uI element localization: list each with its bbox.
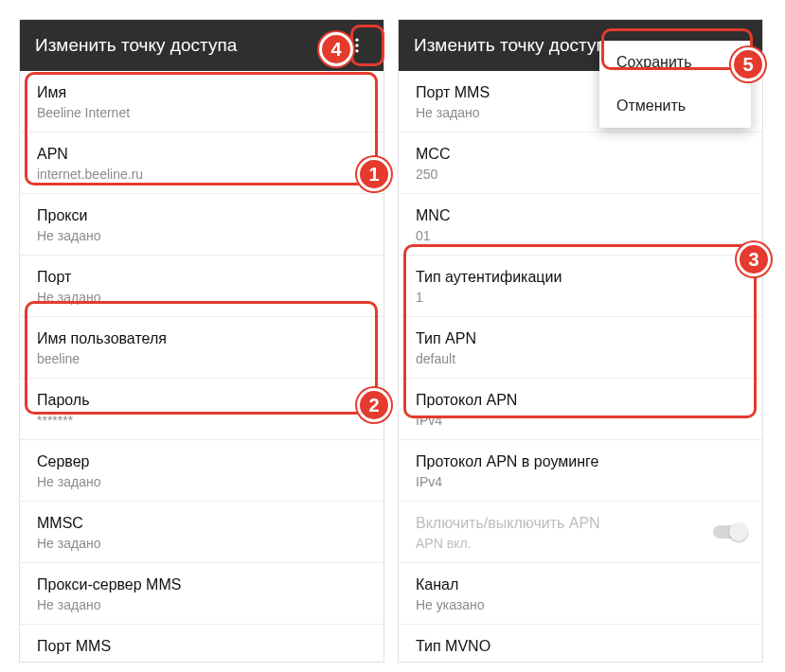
value: 1 xyxy=(416,290,745,305)
label: MNC xyxy=(416,207,745,224)
svg-point-2 xyxy=(355,49,358,52)
svg-point-0 xyxy=(355,39,358,42)
label: APN xyxy=(37,146,366,163)
label: Пароль xyxy=(37,392,366,409)
callout-1: 1 xyxy=(357,157,391,191)
label: Сервер xyxy=(37,453,366,470)
field-proxy[interactable]: Прокси Не задано xyxy=(20,194,384,256)
value: beeline xyxy=(37,351,366,366)
field-password[interactable]: Пароль ******* xyxy=(20,379,384,440)
field-mcc[interactable]: MCC 250 xyxy=(399,133,762,194)
field-name[interactable]: Имя Beeline Internet xyxy=(20,71,384,133)
header-title-right: Изменить точку доступа xyxy=(414,35,616,56)
left-list: Имя Beeline Internet APN internet.beelin… xyxy=(20,71,384,663)
field-auth-type[interactable]: Тип аутентификации 1 xyxy=(399,256,762,317)
label: Включить/выключить APN xyxy=(416,515,745,532)
field-apn[interactable]: APN internet.beeline.ru xyxy=(20,133,384,194)
field-server[interactable]: Сервер Не задано xyxy=(20,440,384,502)
right-panel: Изменить точку доступа Сохранить Отменит… xyxy=(398,19,763,663)
value: Нет xyxy=(416,659,745,663)
value: 01 xyxy=(416,228,745,243)
svg-point-1 xyxy=(355,44,358,46)
callout-3: 3 xyxy=(737,242,771,276)
left-panel: Изменить точку доступа Имя Beeline Inter… xyxy=(19,19,384,663)
field-port[interactable]: Порт Не задано xyxy=(20,256,384,317)
value: Не задано xyxy=(37,474,366,489)
field-username[interactable]: Имя пользователя beeline xyxy=(20,317,384,379)
value: Beeline Internet xyxy=(37,105,366,120)
field-apn-enable: Включить/выключить APN APN вкл. xyxy=(399,502,762,563)
label: Протокол APN xyxy=(416,392,745,409)
label: MMSC xyxy=(37,515,366,532)
header-title-left: Изменить точку доступа xyxy=(35,35,237,56)
field-bearer[interactable]: Канал Не указано xyxy=(399,563,762,625)
field-apn-type[interactable]: Тип APN default xyxy=(399,317,762,379)
value: 250 xyxy=(416,167,745,182)
label: Тип MVNO xyxy=(416,638,745,655)
label: Тип аутентификации xyxy=(416,269,745,286)
callout-2: 2 xyxy=(357,388,391,422)
menu-cancel[interactable]: Отменить xyxy=(599,84,751,128)
callout-4: 4 xyxy=(319,32,353,66)
field-mnc[interactable]: MNC 01 xyxy=(399,194,762,256)
label: Порт xyxy=(37,269,366,286)
label: Порт MMS xyxy=(37,638,366,655)
field-mms-port[interactable]: Порт MMS Не задано xyxy=(20,625,384,663)
field-mvno-type[interactable]: Тип MVNO Нет xyxy=(399,625,762,663)
value: Не задано xyxy=(37,597,366,612)
value: ******* xyxy=(37,413,366,428)
value: APN вкл. xyxy=(416,536,745,551)
value: default xyxy=(416,351,745,366)
menu-save[interactable]: Сохранить xyxy=(599,41,751,84)
value: IPv4 xyxy=(416,413,745,428)
label: Имя пользователя xyxy=(37,330,366,347)
toggle-switch-icon xyxy=(713,525,745,539)
label: Прокси-сервер MMS xyxy=(37,576,366,593)
value: internet.beeline.ru xyxy=(37,167,366,182)
value: Не задано xyxy=(37,659,366,663)
label: MCC xyxy=(416,146,745,163)
right-list: Порт MMS Не задано MCC 250 MNC 01 Тип ау… xyxy=(399,71,762,663)
label: Имя xyxy=(37,84,366,101)
field-mms-proxy[interactable]: Прокси-сервер MMS Не задано xyxy=(20,563,384,625)
value: IPv4 xyxy=(416,474,745,489)
value: Не задано xyxy=(37,290,366,305)
label: Тип APN xyxy=(416,330,745,347)
label: Протокол APN в роуминге xyxy=(416,453,745,470)
overflow-menu: Сохранить Отменить xyxy=(599,41,751,128)
value: Не задано xyxy=(37,536,366,551)
field-apn-roaming-protocol[interactable]: Протокол APN в роуминге IPv4 xyxy=(399,440,762,502)
label: Канал xyxy=(416,576,745,593)
value: Не задано xyxy=(37,228,366,243)
field-mmsc[interactable]: MMSC Не задано xyxy=(20,502,384,563)
callout-5: 5 xyxy=(731,47,765,81)
field-apn-protocol[interactable]: Протокол APN IPv4 xyxy=(399,379,762,440)
label: Прокси xyxy=(37,207,366,224)
value: Не указано xyxy=(416,597,745,612)
